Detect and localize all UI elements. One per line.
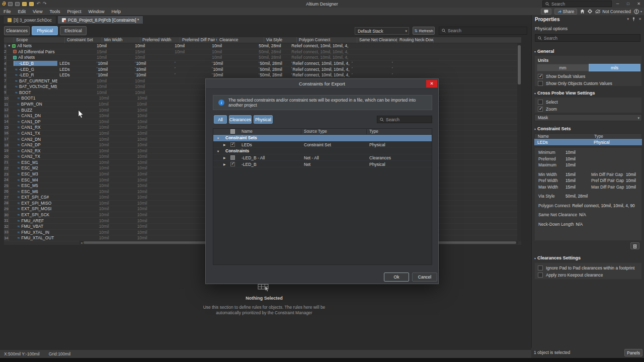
grid-cell[interactable]: ′10mil (95, 72, 133, 78)
global-search-input[interactable]: Search (542, 1, 612, 7)
grid-cell[interactable] (173, 84, 210, 89)
grid-cell[interactable]: ′ (350, 66, 390, 72)
grid-cell[interactable]: 10mil (97, 171, 135, 177)
refresh-button[interactable]: ⇅ Refresh (413, 27, 435, 35)
scope-cell[interactable]: ≈CAN1_DN (9, 113, 60, 119)
scope-cell[interactable]: ≈-LED_R (7, 72, 57, 78)
scope-value[interactable]: ≈-LED_R (14, 72, 57, 78)
grid-cell[interactable]: 10mil (135, 96, 175, 101)
grid-cell[interactable] (350, 49, 390, 55)
item-checkbox[interactable] (230, 155, 235, 160)
grid-cell[interactable]: ′10mil (210, 61, 257, 66)
table-row[interactable]: 5≈-LED_GLEDs′10mil′10mil′′10mil′50mil, 2… (4, 66, 521, 72)
expand-arrow-icon[interactable]: ▼ (8, 44, 11, 47)
scope-cell[interactable]: ≈CAN1_RX (9, 125, 60, 130)
constraint-set-cell[interactable]: LEDs (57, 72, 95, 78)
constraint-set-cell[interactable] (60, 136, 97, 142)
scope-cell[interactable]: ≈FMU_XTAL_OUT (9, 235, 60, 241)
constraint-set-cell[interactable]: LEDs (57, 66, 95, 72)
constraint-set-cell[interactable] (60, 235, 97, 241)
scope-value[interactable]: ≈EXT_SPI_MOSI (17, 206, 60, 212)
grid-column-header[interactable]: Scope (14, 37, 65, 43)
grid-cell[interactable]: 10mil (97, 183, 135, 189)
scope-value[interactable]: ≈CAN1_RX (17, 125, 60, 130)
settings-button[interactable] (588, 9, 592, 14)
scope-cell[interactable]: ≈BAT_CURRENT_MB_ (7, 78, 57, 83)
scope-value[interactable]: ≈-LED_G (14, 66, 57, 72)
scope-value[interactable]: ≈FMU_XTAL_IN (17, 230, 60, 235)
grid-cell[interactable]: ′ (350, 72, 390, 78)
grid-cell[interactable]: 10mil (135, 113, 175, 119)
grid-cell[interactable]: 10mil (133, 90, 173, 96)
maximize-button[interactable]: □ (623, 0, 633, 8)
tree-group-row[interactable]: ▾Constraint Sets (213, 135, 432, 141)
unit-mils-button[interactable]: mils (589, 64, 640, 71)
cross-probe-option-row[interactable]: Zoom (535, 106, 641, 113)
close-button[interactable]: ✕ (633, 0, 644, 8)
close-panel-icon[interactable]: ✕ (638, 17, 641, 21)
constraint-set-cell[interactable] (60, 201, 97, 206)
scope-cell[interactable]: ≈ESC_M1 (9, 160, 60, 165)
constraint-set-cell[interactable] (60, 212, 97, 218)
scope-value[interactable]: ≈BUZZ (17, 107, 60, 113)
scope-cell[interactable]: ≈ESC_M5 (9, 183, 60, 189)
tab-electrical[interactable]: Electrical (60, 26, 87, 35)
constraint-set-cell[interactable] (60, 160, 97, 165)
grid-cell[interactable]: 10mil (133, 55, 173, 60)
scope-value[interactable]: ≈CAN2_DN (17, 136, 60, 142)
constraint-set-cell[interactable] (60, 206, 97, 212)
tab-clearances[interactable]: Clearances (4, 26, 30, 35)
scope-value[interactable]: ≈CAN2_TX (17, 154, 60, 159)
grid-cell[interactable]: 10mil (135, 148, 175, 153)
select-all-checkbox[interactable] (230, 129, 235, 134)
grid-cell[interactable]: Relief connect, 10mil, 10mil, 4, 90 (289, 49, 350, 55)
grid-cell[interactable]: 10mil (97, 113, 135, 119)
grid-cell[interactable]: 10mil (97, 131, 135, 136)
grid-cell[interactable]: 10mil (97, 218, 135, 223)
undo-icon[interactable]: ↶ (36, 2, 40, 6)
grid-cell[interactable]: ′10mil (210, 72, 257, 78)
grid-cell[interactable]: Relief connect, 10mil, 10mil, 4, 90 (289, 43, 350, 49)
scope-cell[interactable]: ≈CAN1_DP (9, 119, 60, 125)
home-button[interactable] (580, 9, 585, 14)
scrollbar-thumb[interactable] (518, 45, 521, 84)
grid-cell[interactable]: 10mil (97, 142, 135, 148)
scope-value[interactable]: ≈EXT_SPI_CS# (17, 195, 60, 200)
menu-item-help[interactable]: Help (108, 9, 124, 14)
grid-column-header[interactable]: Polygon Connect (297, 37, 357, 43)
minimize-button[interactable]: ─ (612, 0, 623, 8)
filter-physical-button[interactable]: Physical (254, 115, 273, 124)
grid-cell[interactable]: ′ (173, 61, 210, 66)
menu-item-file[interactable]: File (0, 9, 15, 14)
tab-physical[interactable]: Physical (32, 26, 58, 35)
constraint-set-cell[interactable] (57, 78, 95, 83)
cancel-button[interactable]: Cancel (412, 273, 437, 282)
grid-cell[interactable]: 10mil (173, 43, 210, 49)
section-constraint-sets[interactable]: ▾Constraint Sets (534, 126, 571, 131)
constraint-set-cell[interactable] (57, 55, 95, 60)
grid-cell[interactable]: 10mil (97, 102, 135, 107)
scope-value[interactable]: ≈CAN1_TX (17, 131, 60, 136)
scope-value[interactable]: ≈ESC_M4 (17, 177, 60, 183)
scope-cell[interactable]: ≈CAN2_RX (9, 148, 60, 153)
constraint-set-cell[interactable] (60, 131, 97, 136)
checkbox[interactable] (538, 100, 543, 105)
grid-column-header[interactable]: Min Width (102, 37, 140, 43)
grid-column-header[interactable]: Preferred Diff Pair Gap (180, 37, 217, 43)
constraint-set-cell[interactable] (57, 49, 95, 55)
grid-cell[interactable]: 10mil (95, 78, 133, 83)
grid-cell[interactable]: 10mil (135, 206, 175, 212)
scope-cell[interactable]: ≈-LED_B (7, 61, 57, 66)
scope-value[interactable]: ≈BPWR_ON (16, 102, 59, 107)
constraint-set-cell[interactable] (60, 230, 97, 235)
tree-group-row[interactable]: ▾Constraints (213, 148, 432, 154)
scope-value[interactable]: ≈BOOT (14, 90, 57, 96)
scope-cell[interactable]: ≈BUZZ (9, 107, 60, 113)
scope-cell[interactable]: ≈CAN2_DN (9, 136, 60, 142)
scope-value[interactable]: ≈FMU_XTAL_OUT (17, 235, 60, 241)
constraint-set-cell[interactable] (57, 43, 95, 49)
scope-value[interactable]: ≈CAN2_DP (17, 142, 60, 148)
item-checkbox[interactable] (230, 142, 235, 147)
scope-value[interactable]: ≈CAN2_RX (17, 148, 60, 153)
scope-cell[interactable]: ≈CAN1_TX (9, 131, 60, 136)
